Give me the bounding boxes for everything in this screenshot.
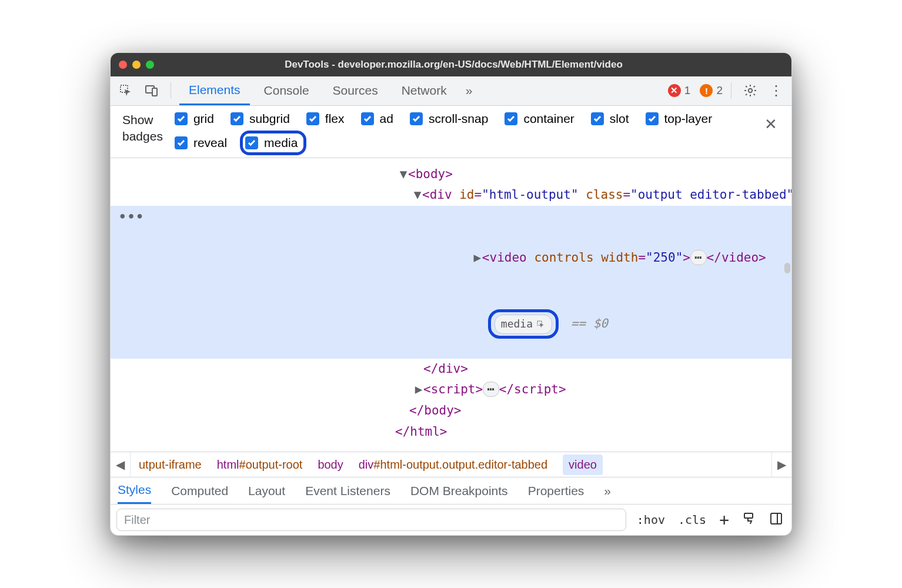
badge-flex[interactable]: flex xyxy=(306,112,345,126)
badge-grid[interactable]: grid xyxy=(175,112,214,126)
badge-top-layer[interactable]: top-layer xyxy=(646,112,713,126)
media-pill-highlight: media xyxy=(488,309,559,339)
tabs-more[interactable]: » xyxy=(461,76,477,105)
svg-point-3 xyxy=(749,89,752,92)
ellipsis-icon[interactable]: ••• xyxy=(119,207,145,228)
dom-line-script[interactable]: ▶<script>⋯</script> xyxy=(111,379,791,400)
badge-subgrid[interactable]: subgrid xyxy=(230,112,290,126)
stab-computed[interactable]: Computed xyxy=(171,477,228,504)
stab-layout[interactable]: Layout xyxy=(248,477,285,504)
dom-line-html-close[interactable]: </html> xyxy=(111,422,791,443)
checkbox-icon xyxy=(646,112,659,125)
dom-line-body[interactable]: ▼<body> xyxy=(111,164,791,185)
inspect-icon[interactable] xyxy=(115,81,136,100)
styles-tabs: Styles Computed Layout Event Listeners D… xyxy=(111,477,791,505)
breadcrumb-item[interactable]: body xyxy=(318,458,343,472)
new-style-rule-icon[interactable]: + xyxy=(717,508,731,532)
main-toolbar: Elements Console Sources Network » ✕ 1 !… xyxy=(111,76,791,106)
window-title: DevTools - developer.mozilla.org/en-US/d… xyxy=(159,59,783,71)
error-count-red[interactable]: ✕ 1 xyxy=(668,84,691,97)
stab-styles[interactable]: Styles xyxy=(118,477,151,504)
panel-layout-icon[interactable] xyxy=(767,509,786,531)
dollar-zero: == $0 xyxy=(571,316,608,330)
tab-sources[interactable]: Sources xyxy=(323,76,387,105)
media-badge-pill[interactable]: media xyxy=(495,315,552,334)
checkbox-icon xyxy=(245,136,258,149)
badges-label-1: Show xyxy=(122,112,163,128)
checkbox-icon xyxy=(175,112,188,125)
collapsed-ellipsis[interactable]: ⋯ xyxy=(483,382,499,397)
breadcrumb-item-selected[interactable]: video xyxy=(563,455,603,475)
checkbox-icon xyxy=(505,112,517,125)
badges-grid: grid subgrid flex ad scroll-snap contain… xyxy=(175,112,747,152)
device-toggle-icon[interactable] xyxy=(141,81,162,100)
badge-media[interactable]: media xyxy=(245,136,298,150)
stab-properties[interactable]: Properties xyxy=(528,477,584,504)
devtools-window: DevTools - developer.mozilla.org/en-US/d… xyxy=(110,52,792,536)
checkbox-icon xyxy=(306,112,319,125)
badge-slot[interactable]: slot xyxy=(591,112,629,126)
badges-label-2: badges xyxy=(122,128,163,145)
warning-icon: ! xyxy=(700,84,713,97)
dom-line-body-close[interactable]: </body> xyxy=(111,400,791,422)
svg-rect-2 xyxy=(152,88,157,96)
badge-container[interactable]: container xyxy=(505,112,574,126)
hov-toggle[interactable]: :hov xyxy=(634,510,667,529)
breadcrumb-item[interactable]: utput-iframe xyxy=(139,458,202,472)
svg-rect-6 xyxy=(771,513,781,524)
badge-scroll-snap[interactable]: scroll-snap xyxy=(410,112,489,126)
error-orange-count: 2 xyxy=(716,84,723,97)
stab-event-listeners[interactable]: Event Listeners xyxy=(305,477,390,504)
tab-network[interactable]: Network xyxy=(392,76,456,105)
stab-dom-breakpoints[interactable]: DOM Breakpoints xyxy=(410,477,508,504)
dom-line-div-open[interactable]: ▼<div id="html-output" class="output edi… xyxy=(111,185,791,206)
close-badges-button[interactable]: ✕ xyxy=(759,112,783,137)
breadcrumb-item[interactable]: div#html-output.output.editor-tabbed xyxy=(359,458,547,472)
breadcrumb-prev[interactable]: ◀ xyxy=(111,452,131,477)
checkbox-icon xyxy=(410,112,423,125)
collapsed-ellipsis[interactable]: ⋯ xyxy=(690,250,707,265)
badge-media-highlight: media xyxy=(240,131,306,155)
traffic-light-close[interactable] xyxy=(119,61,127,69)
styles-filter-row: :hov .cls + xyxy=(111,505,791,535)
badge-ad[interactable]: ad xyxy=(361,112,393,126)
breadcrumb-next[interactable]: ▶ xyxy=(771,452,791,477)
breadcrumb-item[interactable]: html#output-root xyxy=(217,458,303,472)
badges-label: Show badges xyxy=(122,112,163,145)
error-icon: ✕ xyxy=(668,84,681,97)
traffic-light-minimize[interactable] xyxy=(132,61,141,69)
dom-line-div-close[interactable]: </div> xyxy=(111,359,791,380)
checkbox-icon xyxy=(591,112,604,125)
error-count-orange[interactable]: ! 2 xyxy=(700,84,723,97)
breadcrumbs: ◀ utput-iframe html#output-root body div… xyxy=(111,452,791,477)
kebab-menu-icon[interactable]: ⋮ xyxy=(766,80,787,101)
dom-tree[interactable]: ▼<body> ▼<div id="html-output" class="ou… xyxy=(111,158,791,452)
dom-line-video[interactable]: ••• ▶<video controls width="250">⋯</vide… xyxy=(111,206,791,290)
cls-toggle[interactable]: .cls xyxy=(676,510,709,529)
settings-icon[interactable] xyxy=(740,81,761,100)
badge-reveal[interactable]: reveal xyxy=(175,136,227,150)
checkbox-icon xyxy=(361,112,374,125)
error-red-count: 1 xyxy=(684,84,691,97)
tab-elements[interactable]: Elements xyxy=(179,76,250,105)
checkbox-icon xyxy=(230,112,243,125)
brush-icon[interactable] xyxy=(740,509,759,531)
stabs-more[interactable]: » xyxy=(604,477,611,504)
checkbox-icon xyxy=(175,136,188,149)
scrollbar-thumb[interactable] xyxy=(784,263,790,273)
traffic-light-zoom[interactable] xyxy=(146,61,154,69)
badges-bar: Show badges grid subgrid flex ad scroll-… xyxy=(111,106,791,158)
titlebar: DevTools - developer.mozilla.org/en-US/d… xyxy=(111,53,791,76)
dom-line-media-pill: media == $0 xyxy=(111,290,791,359)
svg-rect-5 xyxy=(744,513,753,518)
styles-filter-input[interactable] xyxy=(116,509,626,531)
tab-console[interactable]: Console xyxy=(255,76,319,105)
